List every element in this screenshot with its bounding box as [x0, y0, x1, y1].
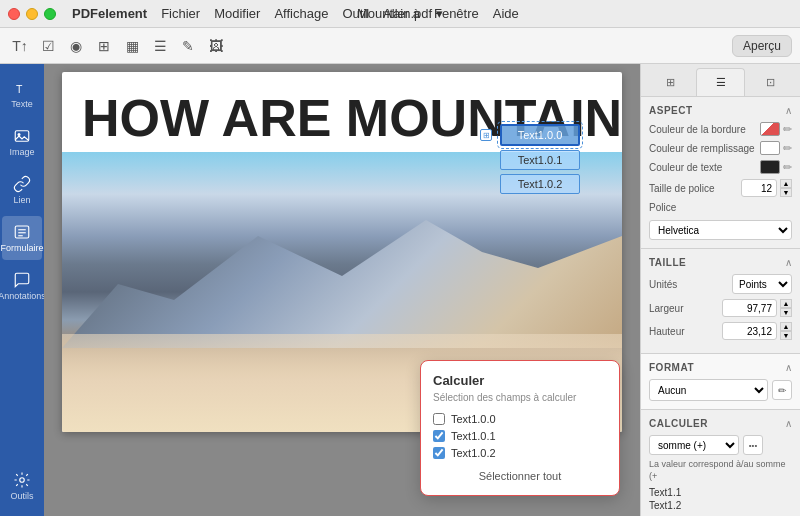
sign-tool-icon[interactable]: ✎: [176, 34, 200, 58]
format-title: FORMAT: [649, 362, 694, 373]
svg-point-7: [20, 478, 25, 483]
height-down[interactable]: ▼: [780, 331, 792, 340]
taille-section: TAILLE ∧ Unités Points Largeur ▲ ▼: [641, 249, 800, 354]
checkbox-tool-icon[interactable]: ☑: [36, 34, 60, 58]
fill-color-row: Couleur de remplissage ✏: [649, 141, 792, 155]
font-size-row: Taille de police ▲ ▼: [649, 179, 792, 197]
width-row: Largeur ▲ ▼: [649, 299, 792, 317]
sidebar-item-formulaire[interactable]: Formulaire: [2, 216, 42, 260]
app-name-label[interactable]: PDFelement: [72, 6, 147, 21]
calculer-item-2: Text1.0.2: [433, 447, 607, 459]
border-color-label: Couleur de la bordure: [649, 124, 760, 135]
fill-color-edit-icon[interactable]: ✏: [783, 142, 792, 155]
sidebar-item-texte[interactable]: T Texte: [2, 72, 42, 116]
width-up[interactable]: ▲: [780, 299, 792, 308]
width-input[interactable]: [722, 299, 777, 317]
format-select[interactable]: Aucun: [649, 379, 768, 401]
taille-section-header: TAILLE ∧: [649, 257, 792, 268]
calculer-description: La valeur correspond à/au somme (+: [649, 459, 792, 482]
form-field-1[interactable]: Text1.0.1: [500, 150, 580, 170]
units-select[interactable]: Points: [732, 274, 792, 294]
calculer-select-row: somme (+) •••: [649, 435, 792, 455]
maximize-button[interactable]: [44, 8, 56, 20]
calculer-list-item-1: Text1.2: [649, 499, 792, 512]
close-button[interactable]: [8, 8, 20, 20]
font-size-up[interactable]: ▲: [780, 179, 792, 188]
canvas-area: HOW ARE MOUNTAINS FORME ⊞ Text1.0.0 Text…: [44, 64, 640, 516]
calculer-label-0: Text1.0.0: [451, 413, 496, 425]
border-color-edit-icon[interactable]: ✏: [783, 123, 792, 136]
format-section-header: FORMAT ∧: [649, 362, 792, 373]
list-tool-icon[interactable]: ☰: [148, 34, 172, 58]
form-field-2[interactable]: Text1.0.2: [500, 174, 580, 194]
sidebar-item-annotations[interactable]: Annotations: [2, 264, 42, 308]
tab-props[interactable]: ⊡: [747, 68, 794, 96]
height-up[interactable]: ▲: [780, 322, 792, 331]
layout-tool-icon[interactable]: ⊞: [92, 34, 116, 58]
calculer-label-2: Text1.0.2: [451, 447, 496, 459]
format-row: Aucun ✏: [649, 379, 792, 401]
taille-chevron[interactable]: ∧: [785, 257, 792, 268]
height-input[interactable]: [722, 322, 777, 340]
calculer-check-1[interactable]: [433, 430, 445, 442]
aspect-section: ASPECT ∧ Couleur de la bordure ✏ Couleur…: [641, 97, 800, 249]
format-chevron[interactable]: ∧: [785, 362, 792, 373]
menu-fichier[interactable]: Fichier: [161, 6, 200, 21]
fill-color-value: ✏: [760, 141, 792, 155]
calculer-list-item-0: Text1.1: [649, 486, 792, 499]
sidebar-item-image[interactable]: Image: [2, 120, 42, 164]
fill-color-swatch[interactable]: [760, 141, 780, 155]
select-all-button[interactable]: Sélectionner tout: [479, 470, 562, 482]
field-handle-0: ⊞: [480, 129, 492, 141]
menu-aide[interactable]: Aide: [493, 6, 519, 21]
border-color-swatch[interactable]: [760, 122, 780, 136]
width-down[interactable]: ▼: [780, 308, 792, 317]
height-row: Hauteur ▲ ▼: [649, 322, 792, 340]
calculer-formula-select[interactable]: somme (+): [649, 435, 739, 455]
calculer-label-1: Text1.0.1: [451, 430, 496, 442]
text-color-swatch[interactable]: [760, 160, 780, 174]
calculer-popup-title: Calculer: [433, 373, 607, 388]
font-size-input[interactable]: [741, 179, 777, 197]
toolbar: T↑ ☑ ◉ ⊞ ▦ ☰ ✎ 🖼 Aperçu: [0, 28, 800, 64]
minimize-button[interactable]: [26, 8, 38, 20]
menu-affichage[interactable]: Affichage: [274, 6, 328, 21]
calculer-item-1: Text1.0.1: [433, 430, 607, 442]
sidebar-item-lien[interactable]: Lien: [2, 168, 42, 212]
tab-list[interactable]: ☰: [696, 68, 745, 96]
font-select[interactable]: Helvetica: [649, 220, 792, 240]
aspect-title: ASPECT: [649, 105, 693, 116]
text-tool-icon[interactable]: T↑: [8, 34, 32, 58]
field-wrapper-0: ⊞ Text1.0.0: [500, 124, 580, 146]
height-stepper: ▲ ▼: [780, 322, 792, 340]
width-label: Largeur: [649, 303, 722, 314]
width-stepper: ▲ ▼: [780, 299, 792, 317]
tab-grid[interactable]: ⊞: [647, 68, 694, 96]
format-section: FORMAT ∧ Aucun ✏: [641, 354, 800, 410]
sidebar-item-outils[interactable]: Outils: [2, 464, 42, 508]
traffic-lights: [8, 8, 56, 20]
calculer-chevron[interactable]: ∧: [785, 418, 792, 429]
calculer-footer: Sélectionner tout: [433, 469, 607, 483]
menu-modifier[interactable]: Modifier: [214, 6, 260, 21]
aspect-chevron[interactable]: ∧: [785, 105, 792, 116]
radio-tool-icon[interactable]: ◉: [64, 34, 88, 58]
font-size-value: ▲ ▼: [741, 179, 792, 197]
form-field-0[interactable]: Text1.0.0: [500, 124, 580, 146]
units-label: Unités: [649, 279, 732, 290]
text-color-edit-icon[interactable]: ✏: [783, 161, 792, 174]
calculer-panel-section: CALCULER ∧ somme (+) ••• La valeur corre…: [641, 410, 800, 516]
form-fields-overlay: ⊞ Text1.0.0 Text1.0.1 Text1.0.2: [500, 124, 580, 194]
font-size-down[interactable]: ▼: [780, 188, 792, 197]
format-edit-button[interactable]: ✏: [772, 380, 792, 400]
image-tool-icon[interactable]: 🖼: [204, 34, 228, 58]
font-label: Police: [649, 202, 792, 213]
panel-tabs: ⊞ ☰ ⊡: [641, 64, 800, 97]
table-tool-icon[interactable]: ▦: [120, 34, 144, 58]
calculer-check-0[interactable]: [433, 413, 445, 425]
apercu-button[interactable]: Aperçu: [732, 35, 792, 57]
calculer-more-button[interactable]: •••: [743, 435, 763, 455]
main-layout: T Texte Image Lien Formulaire Annotation…: [0, 64, 800, 516]
svg-text:T: T: [16, 83, 23, 95]
calculer-check-2[interactable]: [433, 447, 445, 459]
